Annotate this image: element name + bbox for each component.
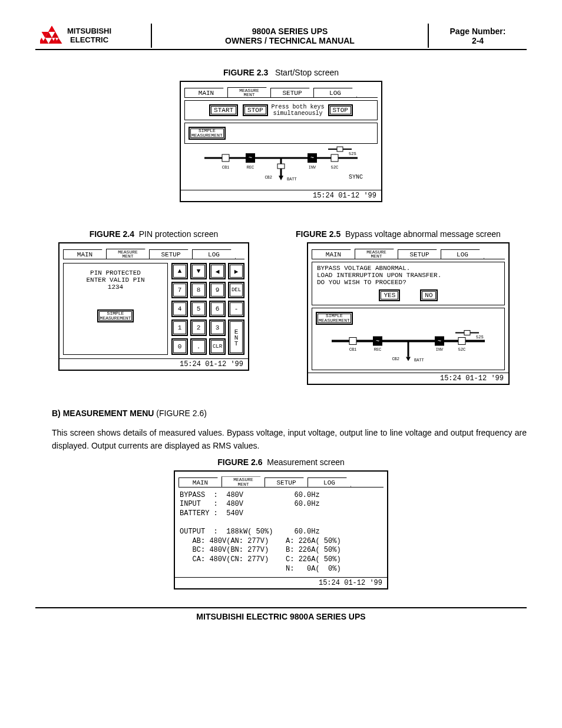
page-num-cell: Page Number: 2-4 (429, 24, 527, 48)
svg-rect-21 (277, 164, 285, 169)
key-right[interactable]: ▶ (228, 263, 244, 279)
fig25-num: FIGURE 2.5 (296, 229, 340, 239)
key-4[interactable]: 4 (171, 301, 188, 317)
fig24-screen: MAIN MEASUREMENT SETUP LOG PIN PROTECTED… (58, 242, 249, 371)
key-8[interactable]: 8 (190, 282, 207, 298)
doc-title-cell: 9800A SERIES UPS OWNERS / TECHNICAL MANU… (152, 24, 429, 48)
fig25-screen: MAIN MEASUREMENT SETUP LOG BYPASS VOLTAG… (307, 242, 510, 385)
bypass-message: BYPASS VOLTAGE ABNORMAL. LOAD INTERRUPTI… (312, 262, 505, 305)
tab-log[interactable]: LOG (441, 249, 484, 259)
tab-main[interactable]: MAIN (178, 477, 222, 487)
stop-button[interactable]: STOP (243, 104, 267, 116)
keypad: ▲ ▼ ◀ ▶ 7 8 9 DEL 4 5 6 - 1 2 3 (171, 263, 244, 355)
svg-text:CB2: CB2 (265, 175, 272, 180)
power-flow-diagram: CB1 ~ REC CB2 BATT ~ INV 52C 52S SYNC. (184, 146, 378, 187)
svg-rect-50 (464, 331, 470, 335)
svg-rect-15 (222, 154, 229, 162)
key-left[interactable]: ◀ (209, 263, 226, 279)
yes-button[interactable]: YES (379, 289, 400, 301)
tab-log[interactable]: LOG (313, 88, 357, 97)
svg-rect-47 (458, 338, 465, 345)
fig23-tabs: MAIN MEASUREMENT SETUP LOG (184, 84, 378, 98)
key-del[interactable]: DEL (228, 282, 244, 298)
no-button[interactable]: NO (420, 289, 437, 301)
tab-setup[interactable]: SETUP (398, 249, 441, 259)
fig23-title: Start/Stop screen (275, 68, 339, 77)
svg-text:INV: INV (309, 165, 316, 170)
mitsubishi-logo-icon (40, 26, 64, 45)
fig26-screen: MAIN MEASUREMENT SETUP LOG BYPASS : 480V… (174, 470, 388, 589)
fig24-timestamp: 15:24 01-12 '99 (59, 358, 248, 370)
svg-rect-31 (337, 147, 343, 151)
doc-title-1: 9800A SERIES UPS (252, 27, 328, 36)
tab-main[interactable]: MAIN (63, 249, 107, 259)
fig23-screen: MAIN MEASUREMENT SETUP LOG START STOP Pr… (180, 81, 382, 202)
svg-text:52C: 52C (331, 165, 339, 170)
svg-text:BATT: BATT (414, 358, 424, 363)
svg-text:REC: REC (374, 347, 382, 352)
key-0[interactable]: 0 (171, 338, 188, 355)
tab-setup[interactable]: SETUP (149, 249, 193, 259)
key-3[interactable]: 3 (209, 319, 226, 336)
fig24-num: FIGURE 2.4 (90, 229, 134, 239)
svg-marker-8 (52, 32, 59, 38)
fig26-title: Measurement screen (267, 457, 345, 467)
tab-measurement[interactable]: MEASUREMENT (227, 87, 271, 97)
start-button[interactable]: START (209, 104, 238, 116)
fig25-title: Bypass voltage abnormal message screen (345, 229, 501, 239)
svg-rect-28 (331, 154, 338, 162)
key-clr[interactable]: CLR (209, 338, 226, 355)
fig25-timestamp: 15:24 01-12 '99 (308, 373, 508, 384)
tab-main[interactable]: MAIN (312, 249, 355, 259)
tab-main[interactable]: MAIN (184, 88, 228, 97)
tab-measurement[interactable]: MEASUREMENT (222, 476, 265, 486)
start-stop-row: START STOP Press both keyssimultaneously… (184, 100, 378, 120)
fig23-caption: FIGURE 2.3 Start/Stop screen (35, 68, 527, 77)
fig24-title: PIN protection screen (139, 229, 219, 239)
svg-text:52C: 52C (458, 347, 466, 352)
simple-measurement-button[interactable]: SIMPLEMEASUREMENT (189, 127, 226, 140)
svg-text:CB1: CB1 (222, 165, 230, 170)
tab-setup[interactable]: SETUP (265, 477, 308, 487)
page-number: 2-4 (472, 36, 484, 45)
svg-rect-35 (349, 338, 356, 345)
key-9[interactable]: 9 (209, 282, 226, 298)
svg-text:52S: 52S (349, 151, 356, 156)
tab-setup[interactable]: SETUP (270, 88, 314, 97)
tab-measurement[interactable]: MEASUREMENT (355, 249, 398, 259)
press-both-note: Press both keyssimultaneously (272, 104, 325, 117)
key-dot[interactable]: . (190, 338, 207, 355)
key-minus[interactable]: - (228, 301, 244, 317)
fig26-timestamp: 15:24 01-12 '99 (175, 577, 387, 588)
section-b-body: This screen shows details of measured va… (52, 426, 527, 453)
tab-log[interactable]: LOG (308, 477, 351, 487)
fig26-num: FIGURE 2.6 (217, 457, 262, 467)
simple-measurement-button[interactable]: SIMPLEMEASUREMENT (316, 312, 353, 325)
svg-text:52S: 52S (476, 335, 484, 340)
pin-message: PIN PROTECTED ENTER VALID PIN 1234 SIMPL… (63, 263, 168, 355)
key-7[interactable]: 7 (171, 282, 188, 298)
svg-text:~: ~ (249, 155, 252, 162)
section-b-head: B) MEASUREMENT MENU (FIGURE 2.6) (52, 409, 527, 418)
doc-title-2: OWNERS / TECHNICAL MANUAL (225, 36, 355, 45)
simple-measurement-button[interactable]: SIMPLEMEASUREMENT (97, 309, 134, 322)
key-up[interactable]: ▲ (171, 263, 188, 279)
svg-text:CB1: CB1 (349, 347, 357, 352)
tab-log[interactable]: LOG (192, 249, 236, 259)
stop-button-2[interactable]: STOP (328, 104, 353, 116)
svg-text:~: ~ (376, 338, 379, 345)
svg-marker-41 (406, 357, 411, 361)
page-label: Page Number: (450, 27, 506, 36)
tab-measurement[interactable]: MEASUREMENT (106, 249, 150, 259)
svg-text:SYNC.: SYNC. (349, 174, 363, 180)
svg-text:~: ~ (438, 338, 441, 345)
key-ent[interactable]: ENT (228, 319, 244, 355)
key-6[interactable]: 6 (209, 301, 226, 317)
key-1[interactable]: 1 (171, 319, 188, 336)
key-2[interactable]: 2 (190, 319, 207, 336)
key-down[interactable]: ▼ (190, 263, 207, 279)
svg-text:CB2: CB2 (392, 357, 399, 361)
fig23-num: FIGURE 2.3 (223, 68, 268, 77)
svg-marker-23 (279, 176, 283, 180)
key-5[interactable]: 5 (190, 301, 207, 317)
